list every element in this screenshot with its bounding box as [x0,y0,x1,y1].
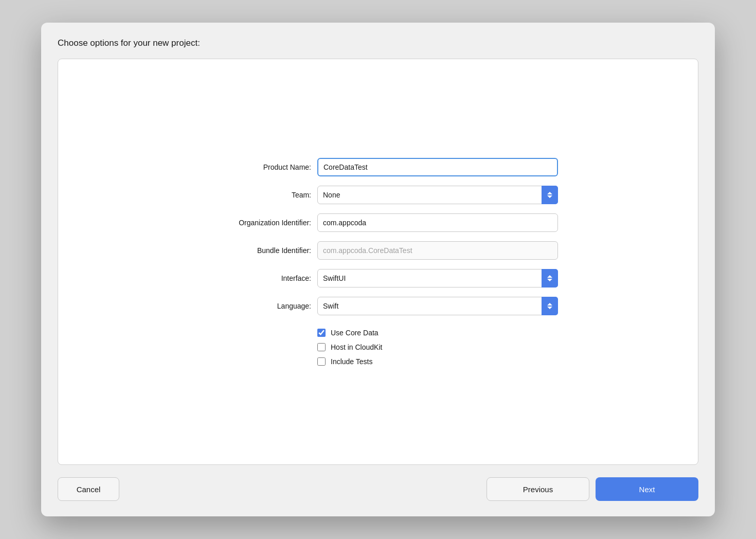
bundle-identifier-field [317,241,558,260]
team-label: Team: [198,191,311,199]
language-row: Language: Swift Objective-C [198,297,558,315]
org-identifier-label: Organization Identifier: [198,219,311,227]
dialog-title: Choose options for your new project: [58,38,698,48]
team-row: Team: None Add Account... [198,186,558,204]
product-name-row: Product Name: [198,158,558,176]
form-container: Product Name: Team: None Add Account... [58,59,698,465]
interface-row: Interface: SwiftUI Storyboard [198,269,558,288]
cancel-button[interactable]: Cancel [58,477,119,501]
interface-select[interactable]: SwiftUI Storyboard [317,269,558,288]
previous-button[interactable]: Previous [487,477,589,501]
language-select[interactable]: Swift Objective-C [317,297,558,315]
bundle-identifier-row: Bundle Identifier: [198,241,558,260]
language-label: Language: [198,302,311,310]
dialog-footer: Cancel Previous Next [58,477,698,501]
form-inner: Product Name: Team: None Add Account... [198,158,558,366]
interface-select-wrapper: SwiftUI Storyboard [317,269,558,288]
next-button[interactable]: Next [596,477,698,501]
footer-right: Previous Next [487,477,698,501]
include-tests-checkbox[interactable] [317,357,326,366]
bundle-identifier-input [317,241,558,260]
use-core-data-checkbox[interactable] [317,329,326,337]
product-name-label: Product Name: [198,163,311,171]
use-core-data-row: Use Core Data [317,329,558,337]
team-select[interactable]: None Add Account... [317,186,558,204]
org-identifier-input[interactable] [317,213,558,232]
language-select-wrapper: Swift Objective-C [317,297,558,315]
host-in-cloudkit-checkbox[interactable] [317,343,326,351]
team-field: None Add Account... [317,186,558,204]
use-core-data-label: Use Core Data [331,329,379,337]
include-tests-row: Include Tests [317,357,558,366]
product-name-field [317,158,558,176]
host-in-cloudkit-label: Host in CloudKit [331,343,382,351]
dialog: Choose options for your new project: Pro… [41,23,715,516]
team-select-wrapper: None Add Account... [317,186,558,204]
language-field: Swift Objective-C [317,297,558,315]
product-name-input[interactable] [317,158,558,176]
org-identifier-row: Organization Identifier: [198,213,558,232]
include-tests-label: Include Tests [331,357,372,366]
host-in-cloudkit-row: Host in CloudKit [317,343,558,351]
interface-label: Interface: [198,274,311,282]
checkboxes-area: Use Core Data Host in CloudKit Include T… [317,329,558,366]
bundle-identifier-label: Bundle Identifier: [198,246,311,255]
org-identifier-field [317,213,558,232]
interface-field: SwiftUI Storyboard [317,269,558,288]
